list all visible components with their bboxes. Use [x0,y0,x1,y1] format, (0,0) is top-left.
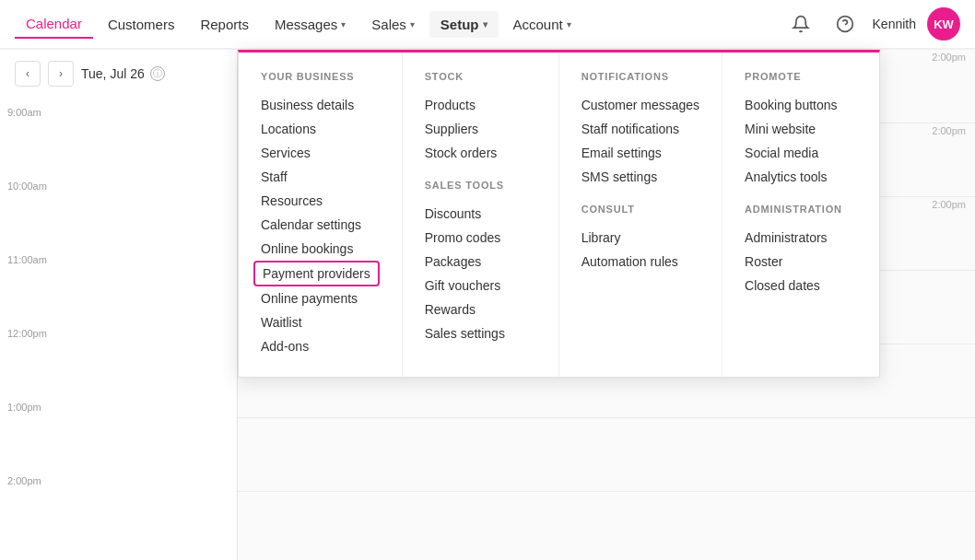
time-label: 1:00pm [7,400,53,413]
menu-payment-providers[interactable]: Payment providers [253,261,380,286]
consult-header: CONSULT [581,204,699,215]
menu-mini-website[interactable]: Mini website [745,117,857,141]
nav-right: Kennith KW [784,7,960,41]
time-row: 9:00am [0,105,237,179]
nav-messages[interactable]: Messages ▾ [264,11,357,38]
cal-time-label: 2:00pm [932,199,966,210]
your-business-header: YOUR BUSINESS [261,71,380,82]
menu-booking-buttons[interactable]: Booking buttons [745,93,857,117]
menu-calendar-settings[interactable]: Calendar settings [261,213,380,237]
main-area: ‹ › Tue, Jul 26 ⓘ 9:00am 10:00am 11:00am… [0,50,975,560]
menu-products[interactable]: Products [425,93,536,117]
promote-admin-col: PROMOTE Booking buttons Mini website Soc… [722,52,879,377]
time-label: 2:00pm [7,473,53,486]
nav-setup[interactable]: Setup ▾ [429,11,499,38]
menu-resources[interactable]: Resources [261,189,380,213]
top-nav: Calendar Customers Reports Messages ▾ Sa… [0,0,975,50]
notifications-button[interactable] [784,7,817,41]
chevron-down-icon: ▾ [410,19,415,29]
cal-time-label: 2:00pm [932,125,966,136]
menu-sales-settings[interactable]: Sales settings [425,321,536,345]
nav-sales-label: Sales [371,17,406,32]
menu-add-ons[interactable]: Add-ons [261,334,380,358]
menu-rewards[interactable]: Rewards [425,298,536,321]
info-icon[interactable]: ⓘ [150,66,165,81]
nav-customers[interactable]: Customers [97,11,186,38]
calendar-sidebar: ‹ › Tue, Jul 26 ⓘ 9:00am 10:00am 11:00am… [0,50,238,560]
time-label: 11:00am [7,252,53,265]
nav-sales[interactable]: Sales ▾ [360,11,426,38]
nav-calendar[interactable]: Calendar [15,10,93,39]
menu-analytics-tools[interactable]: Analytics tools [745,165,857,189]
cal-time-label: 2:00pm [932,52,966,63]
time-row: 1:00pm [0,400,237,473]
chevron-down-icon: ▾ [341,19,346,29]
menu-automation-rules[interactable]: Automation rules [581,250,699,274]
help-button[interactable] [828,7,862,41]
menu-social-media[interactable]: Social media [745,141,857,165]
menu-online-payments[interactable]: Online payments [261,286,380,310]
sales-tools-header: SALES TOOLS [425,180,536,191]
time-label: 9:00am [7,105,53,118]
menu-administrators[interactable]: Administrators [745,226,857,250]
chevron-down-icon: ▾ [567,19,571,29]
menu-packages[interactable]: Packages [425,250,536,274]
nav-account[interactable]: Account ▾ [502,11,582,38]
nav-messages-label: Messages [275,17,337,32]
menu-email-settings[interactable]: Email settings [581,141,699,165]
notifications-consult-col: NOTIFICATIONS Customer messages Staff no… [559,52,722,377]
notifications-header: NOTIFICATIONS [581,71,699,82]
cal-line [238,418,975,492]
prev-button[interactable]: ‹ [15,61,41,87]
time-row: 10:00am [0,179,237,252]
time-label: 10:00am [7,179,53,192]
time-slots: 9:00am 10:00am 11:00am 12:00pm 1:00pm 2:… [0,98,237,560]
menu-business-details[interactable]: Business details [261,93,380,117]
time-row: 12:00pm [0,326,237,400]
avatar-initials: KW [934,18,954,31]
menu-staff-notifications[interactable]: Staff notifications [581,117,699,141]
setup-dropdown: YOUR BUSINESS Business details Locations… [238,50,880,378]
time-row: 11:00am [0,252,237,326]
nav-customers-label: Customers [108,17,175,32]
menu-waitlist[interactable]: Waitlist [261,310,380,334]
next-button[interactable]: › [48,61,74,87]
menu-staff[interactable]: Staff [261,165,380,189]
stock-sales-col: STOCK Products Suppliers Stock orders SA… [403,52,559,377]
your-business-col: YOUR BUSINESS Business details Locations… [239,52,403,377]
menu-promo-codes[interactable]: Promo codes [425,226,536,250]
menu-library[interactable]: Library [581,226,699,250]
nav-reports-label: Reports [200,17,249,32]
calendar-nav-row: ‹ › Tue, Jul 26 ⓘ [0,50,237,98]
menu-roster[interactable]: Roster [745,250,857,274]
nav-setup-label: Setup [441,17,479,32]
menu-services[interactable]: Services [261,141,380,165]
user-name: Kennith [873,17,916,31]
administration-header: ADMINISTRATION [745,204,857,215]
menu-stock-orders[interactable]: Stock orders [425,141,536,165]
calendar-date: Tue, Jul 26 ⓘ [81,66,165,81]
menu-locations[interactable]: Locations [261,117,380,141]
stock-header: STOCK [425,71,536,82]
time-label: 12:00pm [7,326,53,339]
nav-reports[interactable]: Reports [189,11,260,38]
nav-calendar-label: Calendar [26,16,82,31]
menu-customer-messages[interactable]: Customer messages [581,93,699,117]
menu-suppliers[interactable]: Suppliers [425,117,536,141]
menu-sms-settings[interactable]: SMS settings [581,165,699,189]
menu-discounts[interactable]: Discounts [425,202,536,226]
time-row: 2:00pm [0,473,237,547]
date-text: Tue, Jul 26 [81,66,145,81]
nav-account-label: Account [513,17,563,32]
menu-gift-vouchers[interactable]: Gift vouchers [425,274,536,298]
avatar[interactable]: KW [927,7,960,41]
chevron-down-icon: ▾ [483,19,488,29]
promote-header: PROMOTE [745,71,857,82]
menu-online-bookings[interactable]: Online bookings [261,237,380,261]
menu-closed-dates[interactable]: Closed dates [745,274,857,298]
